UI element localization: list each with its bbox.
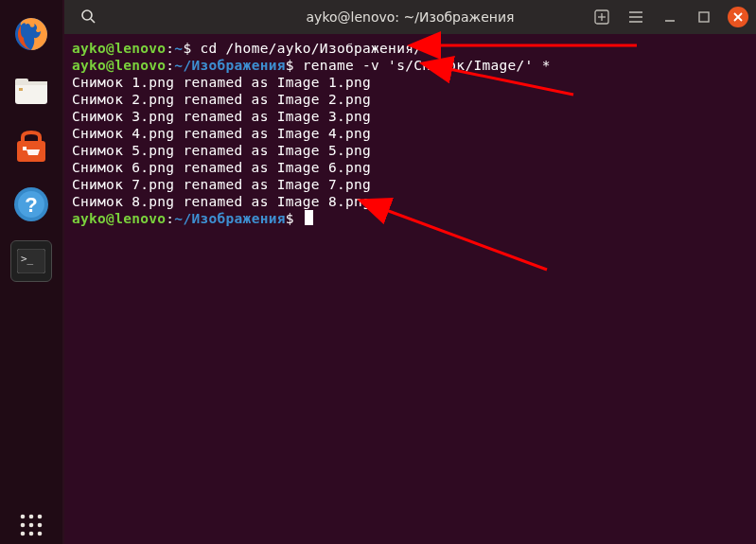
minimize-icon [663, 10, 677, 24]
firefox-icon [12, 15, 50, 53]
terminal-output-line: Снимок 1.png renamed as Image 1.png [72, 74, 750, 91]
prompt-user: ayko@lenovo [72, 211, 166, 226]
terminal-output-line: Снимок 5.png renamed as Image 5.png [72, 142, 750, 159]
terminal-output-line: Снимок 2.png renamed as Image 2.png [72, 91, 750, 108]
svg-point-20 [38, 532, 43, 536]
svg-point-12 [21, 515, 26, 519]
terminal-output-line: Снимок 6.png renamed as Image 6.png [72, 159, 750, 176]
tab-plus-icon [594, 9, 609, 25]
dock-item-files[interactable] [10, 70, 52, 112]
prompt-user: ayko@lenovo [72, 58, 166, 73]
svg-point-13 [29, 515, 34, 519]
window-minimize-button[interactable] [659, 7, 680, 27]
command-text: rename -v 's/Снимок/Image/' * [303, 58, 551, 73]
apps-grid-icon [18, 512, 44, 538]
software-store-icon [11, 128, 51, 167]
prompt-user: ayko@lenovo [72, 41, 166, 56]
svg-point-14 [38, 515, 43, 519]
dock-item-firefox[interactable] [10, 13, 52, 55]
svg-rect-4 [19, 88, 23, 91]
help-icon: ? [12, 185, 50, 223]
terminal-prompt-line: ayko@lenovo:~/Изображения$ [72, 210, 750, 227]
terminal-cursor [305, 210, 313, 225]
svg-point-17 [38, 523, 43, 528]
svg-text:>_: >_ [21, 253, 34, 265]
command-text: cd /home/ayko/Изображения/ [200, 41, 422, 56]
prompt-path: ~/Изображения [174, 211, 285, 226]
terminal-icon: >_ [17, 249, 45, 273]
svg-point-16 [29, 523, 34, 528]
svg-rect-30 [699, 12, 709, 22]
terminal-output-line: Снимок 7.png renamed as Image 7.png [72, 176, 750, 193]
close-icon [732, 11, 744, 23]
svg-line-22 [91, 19, 95, 23]
window-controls [591, 7, 748, 27]
dock-item-help[interactable]: ? [10, 184, 52, 225]
terminal-output-line: Снимок 3.png renamed as Image 3.png [72, 108, 750, 125]
dock-item-software[interactable] [10, 127, 52, 168]
dock-item-terminal[interactable]: >_ [10, 240, 52, 282]
window-maximize-button[interactable] [694, 7, 714, 27]
launcher-dock: ? >_ [0, 0, 62, 544]
svg-rect-6 [23, 147, 26, 150]
titlebar-new-tab-button[interactable] [591, 7, 612, 27]
svg-text:?: ? [25, 193, 37, 217]
terminal-output-line: Снимок 4.png renamed as Image 4.png [72, 125, 750, 142]
folder-icon [11, 71, 51, 111]
svg-point-19 [29, 532, 34, 536]
titlebar-search-button[interactable] [79, 8, 98, 26]
window-title: ayko@lenovo: ~/Изображения [307, 9, 515, 25]
svg-point-21 [82, 10, 92, 20]
search-icon [79, 8, 97, 25]
hamburger-menu-button[interactable] [625, 7, 646, 27]
terminal-output-line: Снимок 8.png renamed as Image 8.png [72, 193, 750, 210]
hamburger-icon [628, 10, 643, 24]
window-close-button[interactable] [728, 7, 748, 27]
svg-point-18 [21, 532, 26, 536]
svg-rect-3 [15, 81, 47, 85]
terminal-window: ayko@lenovo: ~/Изображения [64, 0, 756, 544]
maximize-icon [697, 10, 711, 24]
window-titlebar[interactable]: ayko@lenovo: ~/Изображения [64, 0, 756, 34]
svg-point-15 [21, 523, 26, 528]
terminal-content[interactable]: ayko@lenovo:~$ cd /home/ayko/Изображения… [64, 34, 756, 544]
prompt-path: ~/Изображения [174, 58, 285, 73]
terminal-prompt-line: ayko@lenovo:~/Изображения$ rename -v 's/… [72, 57, 750, 74]
terminal-prompt-line: ayko@lenovo:~$ cd /home/ayko/Изображения… [72, 40, 750, 57]
show-applications-button[interactable] [18, 512, 44, 538]
